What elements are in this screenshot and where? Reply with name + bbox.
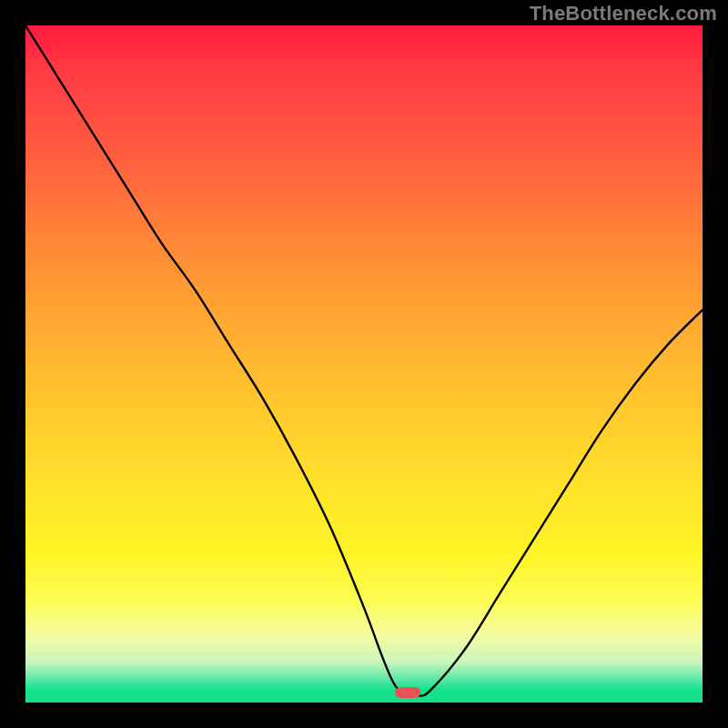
min-marker <box>395 687 420 698</box>
chart-frame: TheBottleneck.com <box>0 0 728 728</box>
curve-svg <box>25 25 703 703</box>
watermark-text: TheBottleneck.com <box>530 2 717 25</box>
plot-area <box>25 25 703 703</box>
bottleneck-curve <box>25 25 703 696</box>
